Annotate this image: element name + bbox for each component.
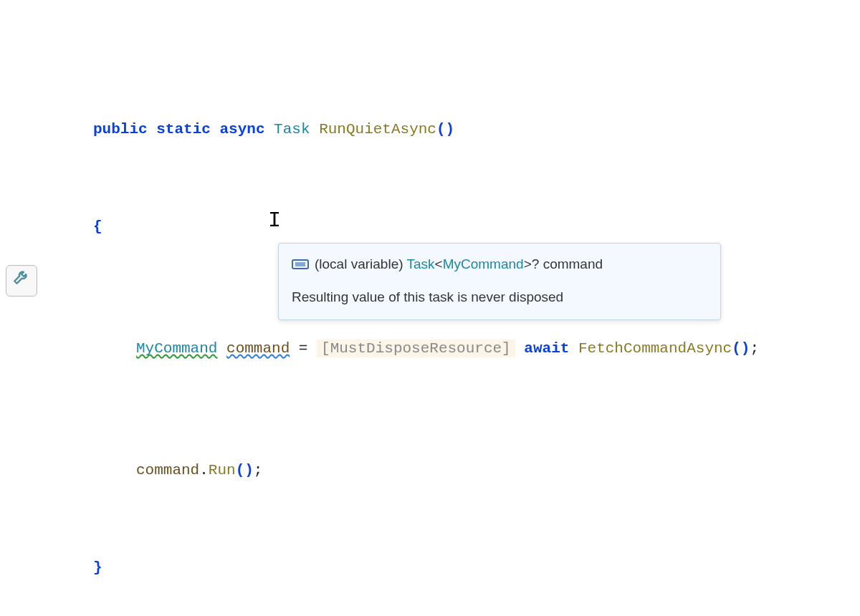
method-call: Run xyxy=(209,462,236,478)
inlay-hint-attribute: [MustDisposeResource] xyxy=(317,340,515,357)
keyword-public: public xyxy=(93,121,148,138)
method-name: RunQuietAsync xyxy=(319,121,436,138)
variable-icon xyxy=(292,257,309,271)
method-call: FetchCommandAsync xyxy=(578,340,732,357)
tooltip-title-row: (local variable) Task<MyCommand>? comman… xyxy=(292,254,707,275)
code-line: public static async Task RunQuietAsync() xyxy=(44,117,759,142)
identifier-command: command xyxy=(136,462,199,478)
code-line: command.Run(); xyxy=(44,458,759,483)
code-line: { xyxy=(44,215,759,239)
diagnostic-tooltip: (local variable) Task<MyCommand>? comman… xyxy=(278,243,721,320)
quick-fix-button[interactable] xyxy=(6,265,37,297)
keyword-static: static xyxy=(156,121,211,138)
code-line: MyCommand command = [MustDisposeResource… xyxy=(44,337,759,361)
tooltip-symbol-desc: (local variable) Task<MyCommand>? comman… xyxy=(315,254,603,275)
code-line: } xyxy=(44,556,759,580)
wrench-icon xyxy=(12,267,31,294)
identifier-command: command xyxy=(226,340,290,357)
keyword-async: async xyxy=(219,121,264,138)
tooltip-message: Resulting value of this task is never di… xyxy=(292,287,707,308)
type-task: Task xyxy=(274,121,310,138)
type-mycommand: MyCommand xyxy=(136,340,217,357)
keyword-await: await xyxy=(524,340,569,357)
svg-rect-1 xyxy=(295,262,305,266)
code-editor-viewport: public static async Task RunQuietAsync()… xyxy=(0,0,860,616)
